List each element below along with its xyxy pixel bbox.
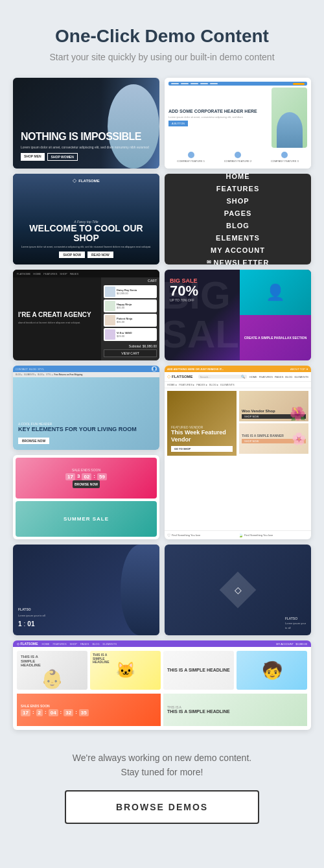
corp-btn[interactable]: A BUTTON xyxy=(168,121,188,126)
demo-card-sale[interactable]: BIG SALE BIG SALE 70% UP TO 70% OFF 👤 CR… xyxy=(165,270,311,360)
demo-row-5: FLATSO Lorem ipsum your to all 1 : 01 ◇ … xyxy=(13,545,311,635)
corp-body: Lorem ipsum dolor sit amet, consectetur … xyxy=(168,115,269,119)
sale-subtitle: UP TO 70% OFF xyxy=(170,298,198,302)
shop-subtitle: A Fancy top Title xyxy=(19,220,153,224)
demo-card-summer[interactable]: SALE ENDS SOON 17 3 02 : 59 BROWSE NOW S… xyxy=(13,455,159,539)
demo-card-vendor[interactable]: ADD ANYTHING HERE OR JUST REMOVE IT... A… xyxy=(165,366,311,539)
shop-logo: FLATSOME xyxy=(78,179,100,183)
leaf-icon: 🍃 xyxy=(238,533,243,537)
vendor-find-row: ♡ Find Something You love 🍃 Find Somethi… xyxy=(165,530,311,539)
vendor-find-1: ♡ Find Something You love xyxy=(167,533,237,537)
demo-card-bottom-left[interactable]: FLATSO Lorem ipsum your to all 1 : 01 xyxy=(13,545,159,635)
demo-row-3: FLATSOME HOME FEATURES SHOP PAGES I'RE A… xyxy=(13,270,311,360)
vendor-flower-image: 🌸 xyxy=(292,432,306,446)
summer-count-h: 02 xyxy=(82,473,91,480)
demo-card-bottom-right[interactable]: ◇ FLATSO Lorem ipsum yourto all xyxy=(165,545,311,635)
agency-desc: ulamd tincidunt ut laoreet dolore aliqua… xyxy=(18,321,96,325)
showcase-nav-right: MY ACCOUNT $0,080.00 xyxy=(276,642,307,646)
showcase-grid: THIS IS ASIMPLEHEADLINE 👶 🐱 THIS IS ASIM… xyxy=(13,647,311,694)
vendor-logo: FLATSOME xyxy=(172,375,193,379)
summer-btn[interactable]: BROWSE NOW xyxy=(73,480,100,488)
menu-pages[interactable]: PAGES xyxy=(224,209,252,217)
corp-feature-2: COMPANY FEATURE 2 xyxy=(215,152,260,163)
summer-count-m: 59 xyxy=(97,473,107,480)
demo-card-living[interactable]: CONTACT BLOG STYL 👤 BLOG ▸ ELEMENTS ▸ BL… xyxy=(13,366,159,450)
agency-title: I'RE A CREATI AGENCY xyxy=(18,311,96,319)
br-text: FLATSO Lorem ipsum yourto all xyxy=(285,616,306,630)
menu-home[interactable]: HOME xyxy=(226,174,250,180)
demo-card-nothing[interactable]: NOTHING IS IMPOSSIBLE Lorem ipsum dolor … xyxy=(13,78,159,169)
living-subtitle: A cool fun header xyxy=(18,422,137,426)
nothing-btn1[interactable]: SHOP MEN xyxy=(21,153,45,161)
showcase-cat-icon: 🐱 xyxy=(116,661,135,679)
corp-feature-3: COMPANY FEATURE 3 xyxy=(262,152,307,163)
vendor-diamond-icon: ◇ xyxy=(167,374,170,379)
corp-headline: ADD SOME CORPORATE HEADER HERE xyxy=(168,109,269,113)
showcase-count-d: 17 xyxy=(21,709,30,716)
nothing-btn2[interactable]: SHOP WOMEN xyxy=(47,153,78,161)
demo-card-corporate[interactable]: ADD SOME CORPORATE HEADER HERE Lorem ips… xyxy=(165,78,311,169)
vendor-header: ◇ FLATSOME Search... 🔍 HOME FEATURES PAG… xyxy=(165,372,311,382)
showcase-navbar: ◇ FLATSOME HOME FEATURES SHOP PAGES BLOG… xyxy=(13,640,311,647)
showcase-count-h: 2 xyxy=(36,709,43,716)
showcase-sale-label: SALE ENDS SOON xyxy=(21,704,157,708)
demo-row-1: NOTHING IS IMPOSSIBLE Lorem ipsum dolor … xyxy=(13,78,311,169)
shop-desc: Lorem ipsum dolor sit amet, consectetur … xyxy=(19,245,153,249)
demo-card-agency[interactable]: FLATSOME HOME FEATURES SHOP PAGES I'RE A… xyxy=(13,270,159,360)
vendor-feat-btn[interactable]: GO TO SHOP xyxy=(171,446,233,452)
demo-row-2: ◇ FLATSOME A Fancy top Title WELCOME TO … xyxy=(13,174,311,264)
cart-subtotal: Subtotal: $6,080.00 xyxy=(104,344,157,348)
menu-newsletter[interactable]: ✉ NEWSLETTER xyxy=(207,259,270,265)
shop-title: WELCOME TO COOL OUR SHOP xyxy=(19,224,153,244)
vendor-nav-label: ADD ANYTHING HERE OR JUST REMOVE IT... xyxy=(167,368,224,371)
shop-diamond-icon: ◇ xyxy=(73,178,76,183)
vendor-woo-shop[interactable]: 🌺 Woo Vendor Shop SHOP NOW xyxy=(239,391,308,421)
showcase-item-baby: THIS IS ASIMPLEHEADLINE 👶 xyxy=(17,651,87,690)
cart-header: CART xyxy=(104,279,157,283)
page-header: One-Click Demo Content Start your site q… xyxy=(49,26,274,62)
vendor-simple-banner[interactable]: 🌸 This is a simple banner SHOP NOW xyxy=(239,423,308,454)
demo-card-menu[interactable]: HOME FEATURES SHOP PAGES BLOG ELEMENTS M… xyxy=(165,174,311,264)
vendor-woo-person-image: 🌺 xyxy=(290,406,306,421)
vendor-featured-card[interactable]: FEATURED VENDOR This Week Featured Vendo… xyxy=(167,391,237,456)
showcase-item-headline: THIS IS A SIMPLE HEADLINE xyxy=(163,651,234,690)
shop-btn1[interactable]: SHOP NOW xyxy=(59,252,85,258)
showcase-count-ms: 35 xyxy=(79,709,89,716)
living-title: KEY ELEMENTS FOR YOUR LIVING ROOM xyxy=(18,426,137,433)
showcase-count-m: 04 xyxy=(49,709,58,716)
demo-card-shop[interactable]: ◇ FLATSOME A Fancy top Title WELCOME TO … xyxy=(13,174,159,264)
summer-ends: SALE ENDS SOON xyxy=(72,468,100,472)
shop-btn2[interactable]: READ NOW xyxy=(87,252,113,258)
browse-demos-button[interactable]: BROWSE DEMOS xyxy=(65,790,259,824)
menu-account[interactable]: MY ACCOUNT xyxy=(211,246,265,254)
showcase-row2: SALE ENDS SOON 17 : 2 : 04 : 32 : 35 THI… xyxy=(13,694,311,730)
menu-blog[interactable]: BLOG xyxy=(226,222,249,229)
summer-bottom: SUMMER SALE xyxy=(16,501,157,537)
cart-btn[interactable]: VIEW CART xyxy=(104,349,157,357)
sale-image-top: 👤 xyxy=(240,270,311,315)
living-btn[interactable]: BROWSE NOW xyxy=(18,438,49,444)
demo-card-showcase[interactable]: ◇ FLATSOME HOME FEATURES SHOP PAGES BLOG… xyxy=(13,640,311,730)
showcase-sh-title: THIS IS A SIMPLE HEADLINE xyxy=(167,709,303,714)
envelope-icon: ✉ xyxy=(207,259,212,264)
cart-item-1: Daisy Ray Sonia $2,099.00 xyxy=(104,285,157,298)
cart-item-3: Patient Ninja $35.00 xyxy=(104,314,157,327)
showcase-item-child: 🧒 xyxy=(237,651,307,690)
demo-row-6: ◇ FLATSOME HOME FEATURES SHOP PAGES BLOG… xyxy=(13,640,311,730)
menu-shop[interactable]: SHOP xyxy=(226,197,249,205)
vendor-find-2: 🍃 Find Something You love xyxy=(238,533,308,537)
showcase-item-cat: 🐱 THIS IS ASIMPLEHEADLINE xyxy=(90,651,161,690)
sale-percent: 70% xyxy=(170,284,198,298)
bl-person-image xyxy=(121,545,159,635)
showcase-logo: ◇ FLATSOME xyxy=(17,642,38,646)
menu-features[interactable]: FEATURES xyxy=(216,185,259,193)
menu-elements[interactable]: ELEMENTS xyxy=(216,234,260,242)
heart-icon: ♡ xyxy=(167,533,170,537)
nothing-body: Lorem ipsum dolor sit amet, consectetur … xyxy=(21,145,149,150)
showcase-baby-text: THIS IS ASIMPLEHEADLINE xyxy=(21,655,41,668)
showcase-count-s: 32 xyxy=(64,709,73,716)
showcase-headline-text: THIS IS A SIMPLE HEADLINE xyxy=(167,668,230,673)
vendor-nav: ADD ANYTHING HERE OR JUST REMOVE IT... A… xyxy=(165,366,311,372)
page-subtitle: Start your site quickly by using our bui… xyxy=(49,52,274,62)
cart-item-4: Vi Era VANO $29.00 xyxy=(104,328,157,341)
